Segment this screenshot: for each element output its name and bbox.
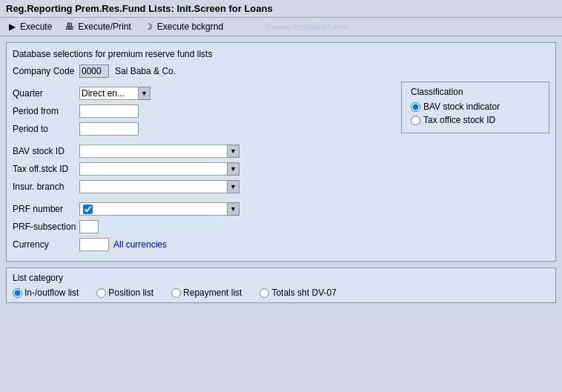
totals-sht-label: Totals sht DV-07	[271, 288, 336, 298]
execute-icon: ▶	[6, 21, 18, 33]
toolbar: ▶ Execute 🖶 Execute/Print ☽ Execute bckg…	[0, 18, 562, 36]
bav-stock-id-container: ▼	[79, 144, 239, 158]
bckgrnd-icon: ☽	[143, 21, 155, 33]
currency-label: Currency	[13, 239, 79, 250]
list-category-title: List category	[13, 273, 549, 283]
tax-off-stck-id-container: ▼	[79, 162, 239, 176]
prf-subsection-label: PRF-subsection	[13, 222, 79, 232]
tax-office-stock-id-radio[interactable]	[411, 116, 420, 125]
list-category-section: List category In-/outflow list Position …	[6, 268, 556, 303]
position-list-option: Position list	[96, 288, 153, 298]
repayment-list-option: Repayment list	[171, 288, 242, 298]
bav-stock-id-arrow[interactable]: ▼	[228, 144, 239, 158]
period-to-input[interactable]	[79, 122, 139, 136]
list-category-radio-group: In-/outflow list Position list Repayment…	[13, 288, 549, 298]
bav-stock-indicator-label: BAV stock indicator	[423, 102, 500, 112]
quarter-row: Quarter ▼	[13, 86, 386, 101]
tax-off-stck-id-row: Tax off.stck ID ▼	[13, 162, 386, 176]
currency-input[interactable]	[79, 238, 109, 251]
bav-stock-id-row: BAV stock ID ▼	[13, 144, 386, 159]
prf-number-arrow[interactable]: ▼	[228, 202, 239, 216]
prf-subsection-row: PRF-subsection	[13, 219, 386, 234]
page-title: Reg.Reporting Prem.Res.Fund Lists: Init.…	[0, 0, 562, 18]
print-icon: 🖶	[64, 21, 76, 33]
quarter-select-container: ▼	[79, 87, 151, 100]
bav-stock-id-input[interactable]	[79, 144, 228, 158]
insur-branch-input[interactable]	[79, 180, 228, 193]
repayment-list-label: Repayment list	[183, 288, 242, 298]
repayment-list-radio[interactable]	[171, 288, 181, 298]
period-to-row: Period to	[13, 122, 386, 136]
bav-stock-indicator-radio[interactable]	[411, 102, 420, 112]
execute-bckgrnd-label: Execute bckgrnd	[157, 21, 223, 32]
company-name: Sai Baba & Co.	[115, 66, 176, 76]
left-fields: Quarter ▼ Period from Period to	[13, 82, 386, 255]
tax-off-stck-id-label: Tax off.stck ID	[13, 164, 79, 174]
totals-sht-radio[interactable]	[259, 288, 269, 298]
prf-subsection-input[interactable]	[79, 220, 99, 233]
inout-list-radio[interactable]	[13, 288, 22, 298]
currency-row: Currency All currencies	[13, 237, 386, 252]
database-section: Database selections for premium reserve …	[6, 42, 556, 262]
database-section-title: Database selections for premium reserve …	[13, 49, 549, 59]
quarter-input[interactable]	[79, 87, 139, 100]
period-from-row: Period from	[13, 104, 386, 119]
prf-number-label: PRF number	[13, 204, 79, 214]
upper-section: Quarter ▼ Period from Period to	[13, 82, 549, 255]
period-from-input[interactable]	[79, 104, 139, 118]
inout-list-label: In-/outflow list	[24, 288, 79, 298]
execute-print-button[interactable]: 🖶 Execute/Print	[64, 21, 130, 33]
prf-number-row: PRF number ▼	[13, 202, 386, 216]
prf-number-container: ▼	[79, 202, 239, 216]
tax-off-stck-id-arrow[interactable]: ▼	[228, 162, 239, 176]
main-content: Database selections for premium reserve …	[0, 36, 562, 309]
insur-branch-row: Insur. branch ▼	[13, 179, 386, 194]
all-currencies-link[interactable]: All currencies	[113, 239, 167, 250]
totals-sht-option: Totals sht DV-07	[259, 288, 336, 298]
period-from-label: Period from	[13, 106, 79, 116]
execute-label: Execute	[20, 21, 52, 32]
execute-print-label: Execute/Print	[78, 21, 130, 32]
prf-number-checkbox[interactable]	[83, 205, 93, 214]
execute-bckgrnd-button[interactable]: ☽ Execute bckgrnd	[143, 21, 223, 33]
position-list-radio[interactable]	[96, 288, 106, 298]
quarter-dropdown-arrow[interactable]: ▼	[139, 87, 151, 100]
company-code-row: Company Code 0000 Sai Baba & Co.	[13, 64, 549, 79]
bav-stock-indicator-row: BAV stock indicator	[411, 102, 540, 112]
insur-branch-container: ▼	[79, 180, 239, 193]
classification-title: Classification	[411, 87, 540, 97]
watermark: © www.tutorialkart.com	[265, 22, 348, 31]
classification-box: Classification BAV stock indicator Tax o…	[401, 82, 549, 133]
bav-stock-id-label: BAV stock ID	[13, 146, 79, 156]
execute-button[interactable]: ▶ Execute	[6, 21, 52, 33]
insur-branch-arrow[interactable]: ▼	[228, 180, 239, 193]
period-to-label: Period to	[13, 124, 79, 134]
company-code-label: Company Code	[13, 66, 79, 76]
tax-off-stck-id-input[interactable]	[79, 162, 228, 176]
position-list-label: Position list	[108, 288, 153, 298]
insur-branch-label: Insur. branch	[13, 182, 79, 192]
tax-office-stock-id-row: Tax office stock ID	[411, 115, 540, 125]
inout-list-option: In-/outflow list	[13, 288, 79, 298]
company-code-value: 0000	[79, 64, 109, 78]
quarter-label: Quarter	[13, 88, 79, 99]
tax-office-stock-id-label: Tax office stock ID	[423, 115, 495, 125]
